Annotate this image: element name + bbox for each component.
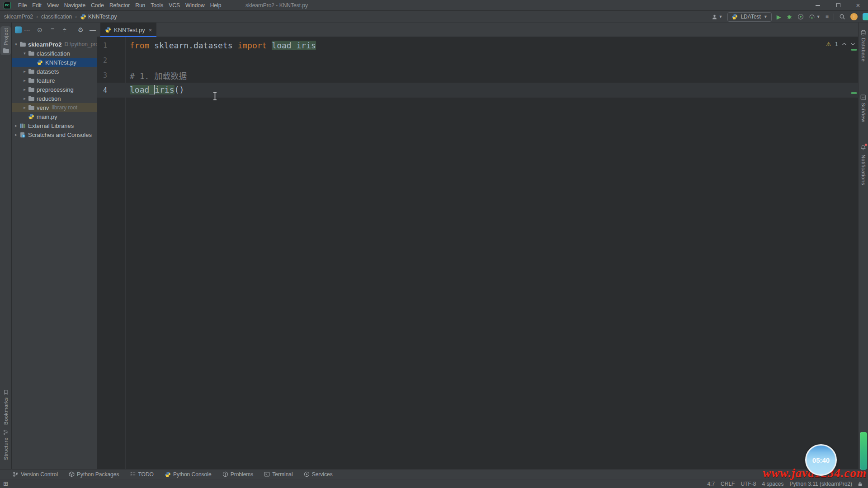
chevron-down-icon[interactable]: ▾: [13, 42, 19, 47]
lock-icon[interactable]: [858, 481, 863, 487]
tree-item-main-py[interactable]: main.py: [12, 112, 97, 121]
breadcrumb-item-sklearnpro2[interactable]: sklearnPro2: [4, 14, 33, 20]
tree-item-datasets[interactable]: ▸datasets: [12, 67, 97, 76]
menu-item-refactor[interactable]: Refactor: [107, 1, 132, 9]
breadcrumb-item-knntest-py[interactable]: KNNTest.py: [80, 14, 117, 20]
menu-item-navigate[interactable]: Navigate: [61, 1, 88, 9]
minimize-button[interactable]: [811, 0, 824, 10]
status-4-7[interactable]: 4:7: [707, 481, 715, 487]
update-available-button[interactable]: ↑: [850, 13, 858, 20]
toolwindow-python-console[interactable]: Python Console: [165, 471, 212, 478]
status-python-3-11-sklearnpro2[interactable]: Python 3.11 (sklearnPro2): [789, 481, 852, 487]
chevron-right-icon[interactable]: ▸: [13, 124, 19, 128]
chevron-right-icon[interactable]: ▸: [21, 106, 28, 110]
whats-new-button[interactable]: [863, 13, 868, 20]
code-line-4[interactable]: 4load_iris(): [97, 83, 858, 98]
debug-button[interactable]: [786, 14, 793, 20]
editor-tab-knntest[interactable]: KNNTest.py ×: [100, 23, 156, 37]
run-with-coverage-button[interactable]: [797, 14, 804, 20]
editor-tab-label: KNNTest.py: [114, 27, 145, 33]
close-button[interactable]: ×: [852, 0, 864, 10]
code-line-3[interactable]: 3# 1. 加载数据: [97, 68, 858, 83]
inspections-widget[interactable]: ⚠ 1: [826, 41, 855, 47]
menu-item-run[interactable]: Run: [132, 1, 148, 9]
code-area[interactable]: 1from sklearn.datasets import load_iris2…: [97, 37, 858, 98]
tree-item-venv[interactable]: ▸venvlibrary root: [12, 103, 97, 112]
layout-icon[interactable]: ⊞: [3, 481, 8, 487]
menu-item-edit[interactable]: Edit: [29, 1, 44, 9]
toolwindow-services[interactable]: Services: [304, 471, 333, 478]
toolwindow-todo[interactable]: TODO: [130, 471, 153, 478]
tree-item-reduction[interactable]: ▸reduction: [12, 94, 97, 103]
tree-item-sklearnpro2[interactable]: ▾sklearnPro2D:\python_pro: [12, 40, 97, 49]
toolwindow-tab-sciview[interactable]: SciView: [859, 93, 868, 124]
menu-item-code[interactable]: Code: [88, 1, 107, 9]
search-everywhere-button[interactable]: [839, 14, 845, 20]
breadcrumb-item-classification[interactable]: classification: [41, 14, 72, 20]
toolwindow-tab-bookmarks[interactable]: Bookmarks: [0, 388, 11, 427]
chevron-right-icon[interactable]: ▸: [21, 88, 28, 92]
code-with-me-button[interactable]: ▼: [712, 14, 723, 20]
python-icon: [731, 14, 738, 20]
toolwindow-version-control[interactable]: Version Control: [13, 471, 58, 478]
expand-collapse-icon[interactable]: ÷: [63, 27, 66, 33]
tree-item-label: datasets: [37, 68, 59, 75]
status-crlf[interactable]: CRLF: [721, 481, 735, 487]
person-icon: [712, 14, 717, 20]
menu-item-file[interactable]: File: [15, 1, 29, 9]
tree-item-knntest-py[interactable]: KNNTest.py: [12, 58, 97, 67]
chevron-down-icon[interactable]: ▾: [21, 52, 28, 56]
gear-icon[interactable]: ⚙: [78, 27, 84, 33]
toolwindow-terminal[interactable]: Terminal: [264, 471, 292, 478]
tree-item-preprocessing[interactable]: ▸preprocessing: [12, 85, 97, 94]
code-line-1[interactable]: 1from sklearn.datasets import load_iris: [97, 38, 858, 53]
more-options-icon[interactable]: ⋯: [24, 27, 30, 33]
code-line-2[interactable]: 2: [97, 53, 858, 68]
menu-item-vcs[interactable]: VCS: [166, 1, 183, 9]
previous-problem-icon[interactable]: [842, 42, 847, 46]
chevron-right-icon[interactable]: ▸: [21, 79, 28, 83]
toolwindow-tab-database[interactable]: Database: [859, 28, 868, 63]
tree-item-feature[interactable]: ▸feature: [12, 76, 97, 85]
tree-item-classification[interactable]: ▾classification: [12, 49, 97, 58]
scrollbar-occurrence-mark: [851, 49, 857, 51]
toolwindow-tab-notifications[interactable]: Notifications: [859, 142, 868, 187]
tree-item-label: venv: [37, 104, 49, 111]
restore-button[interactable]: [832, 0, 844, 10]
locate-file-icon[interactable]: ⊙: [37, 27, 42, 33]
tree-item-label: External Libraries: [28, 122, 74, 129]
chevron-right-icon[interactable]: ▸: [13, 133, 19, 137]
status-utf-8[interactable]: UTF-8: [741, 481, 756, 487]
editor-body[interactable]: 1from sklearn.datasets import load_iris2…: [97, 37, 858, 469]
breadcrumb-separator: ›: [36, 14, 38, 20]
chevron-right-icon[interactable]: ▸: [21, 97, 28, 101]
stop-button[interactable]: ■: [826, 14, 829, 19]
tree-item-extra: D:\python_pro: [64, 41, 97, 47]
toolwindow-tab-structure[interactable]: Structure: [0, 428, 11, 462]
collapse-all-icon[interactable]: ≡: [51, 27, 54, 33]
status-4-spaces[interactable]: 4 spaces: [762, 481, 783, 487]
toolwindow-problems[interactable]: Problems: [222, 471, 254, 478]
pycharm-logo-icon: PC: [4, 2, 11, 9]
project-tree: ▾sklearnPro2D:\python_pro▾classification…: [12, 40, 97, 139]
tree-item-scratches-and-consoles[interactable]: ▸Scratches and Consoles: [12, 130, 97, 139]
tree-item-external-libraries[interactable]: ▸External Libraries: [12, 121, 97, 130]
tree-item-label: preprocessing: [37, 86, 74, 93]
code-text: load_iris(): [130, 85, 184, 96]
toolwindow-python-packages[interactable]: Python Packages: [69, 471, 119, 478]
menu-item-tools[interactable]: Tools: [148, 1, 166, 9]
menu-item-view[interactable]: View: [44, 1, 61, 9]
next-problem-icon[interactable]: [850, 42, 855, 46]
run-configuration-select[interactable]: LDATest ▼: [727, 12, 771, 22]
chevron-right-icon[interactable]: ▸: [21, 70, 28, 74]
menu-item-window[interactable]: Window: [183, 1, 208, 9]
tab-close-icon[interactable]: ×: [149, 27, 152, 33]
menu-item-help[interactable]: Help: [208, 1, 224, 9]
hide-panel-icon[interactable]: —: [90, 27, 96, 33]
profiler-button[interactable]: ▼: [809, 14, 821, 20]
chevron-down-icon: ▼: [764, 15, 768, 19]
project-view-icon[interactable]: [15, 27, 22, 33]
run-button[interactable]: ▶: [777, 14, 781, 20]
toolwindow-tab-project[interactable]: Project: [0, 26, 11, 55]
left-tool-stripe: ProjectBookmarksStructure: [0, 23, 12, 469]
